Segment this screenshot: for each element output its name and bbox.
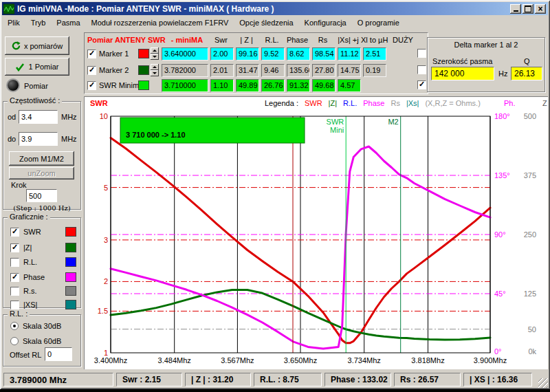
minimize-button[interactable] <box>510 4 521 14</box>
checkbox-r-l[interactable] <box>10 258 19 267</box>
marker-row-marker-2: Marker 23.7820002.0131.479.46135.6627.80… <box>87 63 426 77</box>
flag-checkbox-marker-2[interactable] <box>417 65 426 74</box>
freq-from-label: od <box>8 113 16 121</box>
spin-down-icon[interactable] <box>151 54 159 60</box>
menu-item-plik[interactable]: Plik <box>2 17 25 28</box>
status-panel-6: | XS | : 16.36 <box>463 373 532 386</box>
checkbox-swr[interactable] <box>10 228 19 237</box>
zoom-m1m2-button[interactable]: Zoom M1/M2 <box>9 151 74 166</box>
app-icon <box>3 3 14 14</box>
menu-item-opcje-ledzenia[interactable]: Opcje śledzenia <box>234 17 298 28</box>
graph-option-label: SWR <box>23 228 41 236</box>
checkbox-marker-1[interactable] <box>87 50 96 58</box>
marker-frequency-field[interactable]: 3.782000 <box>162 64 208 77</box>
svg-text:180°: 180° <box>494 112 510 120</box>
checkbox-marker-2[interactable] <box>87 66 96 75</box>
value-field: 135.66 <box>287 64 310 77</box>
menu-item-o-programie[interactable]: O programie <box>352 17 405 28</box>
single-measure-label: 1 Pomiar <box>28 63 58 71</box>
column-header-rs: Rs <box>310 36 336 44</box>
color-swatch-phase <box>65 272 76 282</box>
titlebar[interactable]: IG miniVNA -Mode : Pomiar ANTENY SWR - m… <box>2 2 548 15</box>
rl-option-skala-30db: Skala 30dB <box>10 320 76 331</box>
graph-option-phase: Phase <box>10 272 76 283</box>
frequency-groupbox: Częstotliwość : od MHz do MHz Zoom M1/M2… <box>3 101 81 210</box>
svg-text:Mini: Mini <box>330 126 344 134</box>
svg-text:3.567Mhz: 3.567Mhz <box>221 356 254 364</box>
svg-text:375: 375 <box>524 171 536 179</box>
frequency-title: Częstotliwość : <box>8 96 62 105</box>
unzoom-button: unZoom <box>9 167 74 179</box>
svg-text:250: 250 <box>524 230 536 239</box>
value-field: 31.47 <box>236 64 259 77</box>
radio-skala-30db[interactable] <box>10 322 19 330</box>
freq-from-input[interactable] <box>19 110 58 124</box>
color-swatch-xs <box>65 300 76 309</box>
column-header-xl-to-h: Xl to µH <box>361 36 386 44</box>
resize-grip[interactable] <box>538 378 548 388</box>
flag-checkbox-marker-1[interactable] <box>417 49 426 58</box>
graph-option-xs: |XS| <box>10 299 76 310</box>
spinner-marker-1[interactable] <box>151 47 159 60</box>
freq-to-input[interactable] <box>19 132 58 146</box>
maximize-icon <box>525 6 531 12</box>
delta-title: Delta marker 1 al 2 <box>428 41 544 49</box>
color-swatch-marker-1[interactable] <box>138 49 149 58</box>
delta-panel: Delta marker 1 al 2 Szerokość pasma Q 14… <box>427 37 545 92</box>
value-field: 49.68 <box>312 79 336 92</box>
menu-item-konfiguracja[interactable]: Konfiguracja <box>299 17 352 28</box>
menu-item-tryb[interactable]: Tryb <box>25 17 52 28</box>
checkbox-phase[interactable] <box>10 273 19 282</box>
step-input[interactable] <box>26 189 57 202</box>
offset-rl-label: Offset RL <box>10 351 41 359</box>
close-button[interactable]: × <box>535 4 546 14</box>
measure-led-icon <box>8 80 19 91</box>
app-window: IG miniVNA -Mode : Pomiar ANTENY SWR - m… <box>0 0 550 389</box>
color-swatch-swr-minimu[interactable] <box>138 80 149 90</box>
spin-up-icon[interactable] <box>151 47 159 54</box>
svg-text:10: 10 <box>100 112 108 120</box>
svg-text:0°: 0° <box>494 347 502 356</box>
multi-measure-button[interactable]: x pomiarów <box>5 36 69 55</box>
value-field: 8.62 <box>287 47 310 61</box>
chart-plot[interactable]: M13 710 000 -> 1.10SWRMiniM2105321.51180… <box>85 97 547 369</box>
color-swatch-r-l <box>65 257 76 267</box>
maximize-button[interactable] <box>522 4 534 14</box>
value-field: 91.32 <box>287 79 310 92</box>
marker-frequency-field[interactable]: 3.640000 <box>162 47 208 61</box>
offset-rl-input[interactable] <box>45 347 72 361</box>
menu-item-modu-rozszerzenia-powielaczem-f1frv[interactable]: Moduł rozszerzenia powielaczem F1FRV <box>86 17 234 28</box>
color-swatch-r-s <box>65 286 76 296</box>
single-measure-button[interactable]: 1 Pomiar <box>5 58 69 76</box>
graph-option-swr: SWR <box>10 226 76 237</box>
checkbox-xs[interactable] <box>10 301 19 309</box>
value-field: 2.01 <box>210 64 234 77</box>
value-field: 4.57 <box>338 79 361 92</box>
value-field: 49.89 <box>236 79 259 92</box>
radio-skala-60db[interactable] <box>10 337 19 345</box>
spinner-marker-2[interactable] <box>151 64 159 76</box>
menu-item-pasma[interactable]: Pasma <box>51 17 85 28</box>
rl-option-label: Skala 60dB <box>23 337 61 345</box>
svg-text:50: 50 <box>528 325 536 334</box>
window-controls: × <box>510 4 546 14</box>
svg-text:3.818Mhz: 3.818Mhz <box>411 356 444 364</box>
marker-frequency-field[interactable]: 3.710000 <box>162 79 208 92</box>
marker-table-header: Pomiar ANTENY SWR - miniMA Swr| Z |R.L.P… <box>87 36 428 44</box>
color-swatch-marker-2[interactable] <box>138 65 149 75</box>
spin-down-icon[interactable] <box>151 70 159 76</box>
minimize-icon <box>514 10 518 12</box>
value-field: 9.52 <box>261 47 285 61</box>
graph-option-z: |Z| <box>10 242 76 253</box>
graph-option-r-s: R.s. <box>10 285 76 296</box>
flag-checkbox-swr-minimu[interactable] <box>417 80 426 89</box>
status-panel-5: Rs : 26.57 <box>394 373 461 386</box>
checkbox-swr-minimu[interactable] <box>87 81 96 90</box>
svg-text:90°: 90° <box>494 230 506 239</box>
checkbox-z[interactable] <box>10 243 19 252</box>
checkbox-r-s[interactable] <box>10 287 19 296</box>
menubar: PlikTrybPasmaModuł rozszerzenia powielac… <box>2 16 548 30</box>
spin-up-icon[interactable] <box>151 64 159 70</box>
svg-text:3.734Mhz: 3.734Mhz <box>348 356 381 364</box>
rl-option-skala-60db: Skala 60dB <box>10 336 76 347</box>
